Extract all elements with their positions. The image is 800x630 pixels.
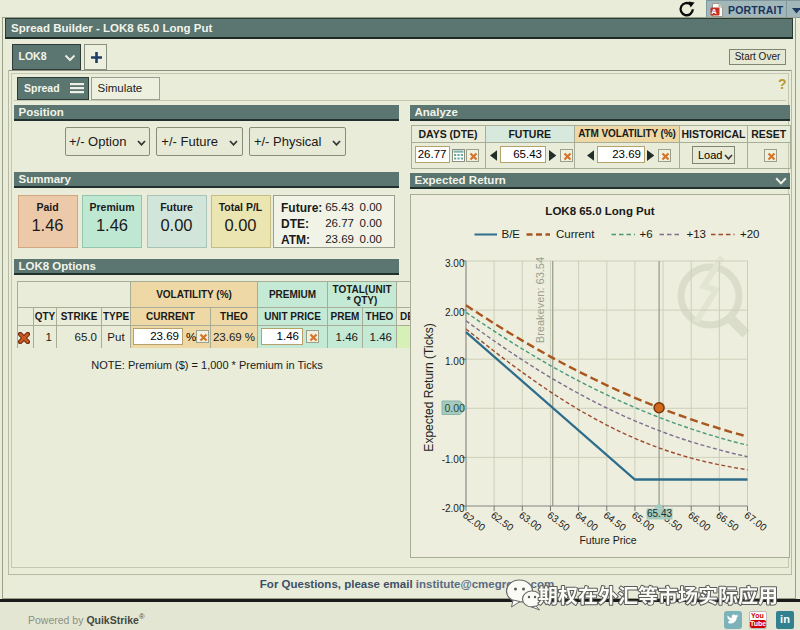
svg-text:62.50: 62.50: [488, 509, 515, 533]
svg-text:66.50: 66.50: [714, 509, 741, 533]
svg-text:67.00: 67.00: [742, 509, 769, 533]
svg-text:Current: Current: [556, 228, 595, 240]
svg-text:-1.00: -1.00: [441, 454, 464, 465]
svg-text:64.50: 64.50: [601, 509, 628, 533]
svg-text:63.50: 63.50: [545, 509, 572, 533]
svg-text:62.00: 62.00: [460, 509, 487, 533]
svg-text:+6: +6: [639, 228, 652, 240]
svg-text:Future Price: Future Price: [579, 534, 636, 546]
svg-text:+20: +20: [740, 228, 760, 240]
svg-text:1.00: 1.00: [445, 356, 465, 367]
svg-text:Expected Return (Ticks): Expected Return (Ticks): [421, 323, 435, 451]
svg-text:+13: +13: [686, 228, 706, 240]
svg-text:64.00: 64.00: [573, 509, 600, 533]
svg-text:LOK8 65.0 Long Put: LOK8 65.0 Long Put: [545, 205, 654, 217]
svg-text:Breakeven: 63.54: Breakeven: 63.54: [534, 257, 546, 343]
svg-text:A: A: [711, 7, 717, 16]
svg-text:3.00: 3.00: [445, 258, 465, 269]
svg-text:-2.00: -2.00: [441, 503, 464, 514]
svg-text:2.00: 2.00: [445, 307, 465, 318]
svg-text:B/E: B/E: [501, 228, 520, 240]
svg-text:63.00: 63.00: [517, 509, 544, 533]
svg-text:66.00: 66.00: [685, 509, 712, 533]
svg-text:65.43: 65.43: [646, 508, 671, 519]
svg-text:0.00: 0.00: [444, 402, 465, 414]
